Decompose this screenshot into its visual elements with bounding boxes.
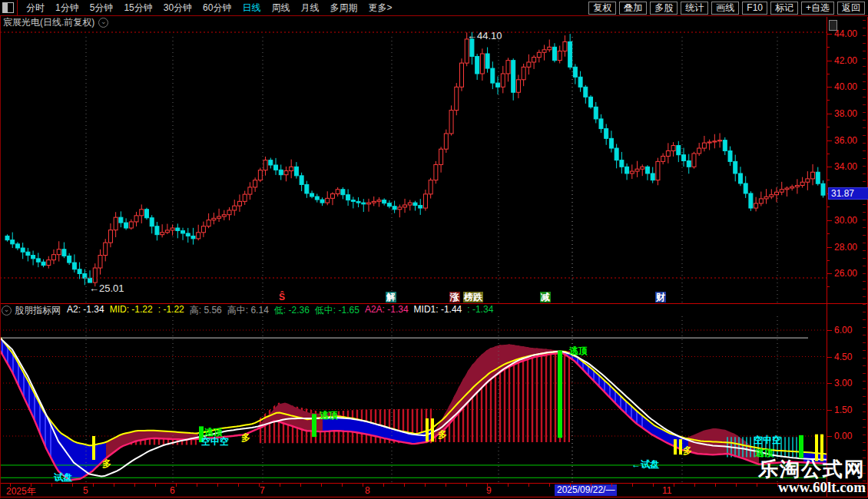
indicator-annotation: 试盘 (53, 472, 72, 482)
indicator-field-1: MID: -1.22 (110, 304, 153, 317)
indicator-annotation: 逃顶 (319, 410, 338, 421)
time-axis-label: 5 (83, 485, 88, 496)
watermark-url: www.60lt.com (758, 480, 866, 495)
toolbar-button-7[interactable]: +自选 (801, 2, 834, 15)
menu-item-3[interactable]: 15分钟 (118, 2, 157, 15)
stock-title: 宸展光电(日线.前复权) (3, 16, 94, 29)
event-marker-4[interactable]: 减 (540, 292, 551, 302)
indicator-annotation: 空中空 (754, 435, 781, 445)
title-bar: 宸展光电(日线.前复权) ⌄ (0, 16, 827, 29)
event-marker-1[interactable]: 解 (386, 292, 396, 302)
indicator-field-2: : -1.22 (158, 304, 184, 317)
toolbar-button-5[interactable]: F10 (742, 2, 767, 15)
menu-item-7[interactable]: 周线 (266, 2, 295, 15)
menu-item-9[interactable]: 多周期 (324, 2, 363, 15)
time-axis-label: 2025年 (6, 485, 36, 498)
toolbar-button-1[interactable]: 叠加 (619, 2, 647, 15)
time-axis-label: 8 (365, 485, 370, 496)
indicator-name: 股朋指标网 (15, 304, 61, 317)
event-marker-2[interactable]: 涨 (449, 292, 460, 302)
toolbar-button-4[interactable]: 画线 (711, 2, 739, 15)
toolbar-button-6[interactable]: 标记 (770, 2, 798, 15)
menu-item-2[interactable]: 5分钟 (84, 2, 119, 15)
toolbar-divider (17, 0, 18, 15)
time-axis-label: 9 (486, 485, 492, 496)
time-axis-label: 6 (170, 485, 175, 496)
high-annotation: ←44.10 (467, 30, 502, 41)
indicator-field-4: 高中: 6.14 (227, 304, 269, 317)
right-scale-ruler[interactable] (862, 17, 868, 497)
indicator-annotation: 逃顶 (754, 448, 774, 458)
indicator-field-9: : -1.34 (467, 304, 493, 317)
event-marker-5[interactable]: 财 (655, 292, 666, 302)
menu-item-10[interactable]: 更多> (363, 2, 397, 15)
event-marker-3[interactable]: 榜跌 (463, 292, 483, 302)
low-annotation: ←25.01 (89, 283, 124, 294)
toolbar-button-8[interactable]: 返回 (837, 2, 865, 15)
indicator-field-5: 低: -2.36 (274, 304, 310, 317)
time-axis-label: 11 (662, 485, 671, 496)
indicator-field-3: 高: 5.56 (190, 304, 222, 317)
indicator-values: A2: -1.34MID: -1.22: -1.22高: 5.56高中: 6.1… (67, 304, 499, 317)
axis-border (827, 17, 827, 497)
chevron-down-icon[interactable]: ⌄ (2, 306, 12, 316)
menu-item-1[interactable]: 1分钟 (50, 2, 84, 15)
toolbar-button-0[interactable]: 复权 (588, 2, 616, 15)
indicator-annotation: 多 (241, 432, 250, 443)
chevron-down-icon[interactable]: ⌄ (98, 18, 108, 28)
indicator-region-stripe-blue (0, 337, 54, 463)
indicator-annotation: 多 (683, 445, 692, 456)
indicator-header: ⌄ 股朋指标网 A2: -1.34MID: -1.22: -1.22高: 5.5… (0, 305, 827, 316)
time-axis: 2025/09/22/— 2025年5678911 (0, 483, 868, 497)
toolbar-button-3[interactable]: 统计 (681, 2, 708, 15)
menu-item-6[interactable]: 日线 (237, 2, 266, 15)
toolbar-button-2[interactable]: 多股 (650, 2, 678, 15)
indicator-field-0: A2: -1.34 (67, 304, 104, 317)
time-axis-label: 7 (260, 485, 265, 496)
trading-app-window: { "toolbar": { "menu": [ {"label":"分时","… (0, 0, 868, 499)
period-menu: 分时1分钟5分钟15分钟30分钟60分钟日线周线月线多周期更多> (21, 2, 397, 15)
window-icon[interactable] (829, 20, 837, 31)
indicator-annotation: ←试盘 (631, 459, 659, 470)
menu-item-4[interactable]: 30分钟 (158, 2, 197, 15)
last-price-badge: 31.87 (828, 187, 868, 200)
layout-panel-icon[interactable] (2, 2, 14, 13)
top-toolbar: 分时1分钟5分钟15分钟30分钟60分钟日线周线月线多周期更多> 复权叠加多股统… (0, 0, 868, 16)
toolbar-buttons: 复权叠加多股统计画线F10标记+自选返回 (588, 2, 868, 15)
watermark-site-name: 乐淘公式网 (758, 459, 866, 480)
indicator-chart[interactable]: 试盘多逃顶空中空多逃顶多逃顶←试盘多空中空逃顶 (0, 316, 827, 482)
menu-item-0[interactable]: 分时 (21, 2, 50, 15)
indicator-annotation: 多 (102, 458, 111, 469)
selected-date-badge[interactable]: 2025/09/22/— (555, 484, 617, 496)
main-candlestick-chart[interactable]: ←44.10←25.01 (0, 29, 827, 303)
event-marker-0[interactable]: Ŝ (278, 292, 286, 302)
indicator-line-white (0, 338, 827, 476)
indicator-field-6: 低中: -1.65 (315, 304, 359, 317)
watermark: 乐淘公式网 www.60lt.com (758, 459, 866, 495)
menu-item-8[interactable]: 月线 (295, 2, 324, 15)
left-border (0, 16, 1, 498)
indicator-annotation: 空中空 (201, 436, 229, 447)
indicator-annotation: 逃顶 (568, 345, 588, 356)
indicator-field-8: MID1: -1.44 (414, 304, 462, 317)
indicator-annotation: 多 (438, 429, 447, 440)
indicator-field-7: A2A: -1.34 (365, 304, 409, 317)
menu-item-5[interactable]: 60分钟 (197, 2, 237, 15)
